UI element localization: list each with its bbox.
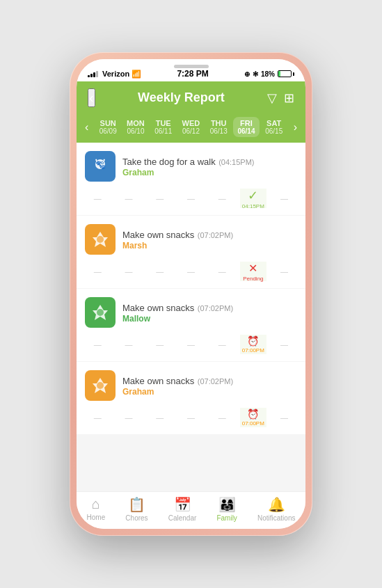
filter-button[interactable]: ▽ [267, 90, 277, 106]
battery-pct: 18% [261, 70, 275, 78]
task-person-task3: Mallow [122, 314, 297, 324]
status-clock: ⏰ 07:00PM [242, 335, 264, 353]
status-right: ⊕ ✻ 18% [244, 70, 294, 78]
battery-tip [293, 72, 294, 76]
nav-item-chores[interactable]: 📋 Chores [125, 496, 148, 522]
day-col-tue[interactable]: TUE 06/11 [150, 117, 177, 137]
status-pending: ✕ Pending [243, 262, 263, 282]
status-dash: — [280, 267, 288, 276]
status-dash: — [125, 194, 133, 202]
done-time-label: 04:15PM [242, 203, 264, 209]
day-status-6: — [271, 189, 298, 208]
task-name-task4: Make own snacks (07:02PM) [122, 374, 297, 387]
status-dash: — [280, 413, 288, 422]
status-dash: — [125, 340, 133, 349]
svg-point-12 [97, 382, 104, 389]
wifi-icon: 📶 [132, 70, 141, 79]
day-name: SUN [100, 119, 116, 127]
calendar-view-button[interactable]: ⊞ [284, 90, 294, 106]
status-dash: — [94, 267, 102, 276]
svg-text:🐾: 🐾 [95, 159, 106, 170]
signal-bars [88, 71, 98, 77]
task-info-task2: Make own snacks (07:02PM) Marsh [122, 228, 297, 251]
task-header-task4: Make own snacks (07:02PM) Graham [77, 362, 305, 405]
header-icons: ▽ ⊞ [267, 90, 294, 106]
nav-item-notifications[interactable]: 🔔 Notifications [257, 496, 295, 522]
task-person-task2: Marsh [122, 241, 297, 251]
prev-week-button[interactable]: ‹ [79, 118, 94, 136]
phone-frame: Verizon 📶 7:28 PM ⊕ ✻ 18% ‹ Weekly Repor… [70, 52, 312, 536]
page-title: Weekly Report [138, 90, 225, 105]
status-dash: — [218, 194, 226, 202]
nav-item-family[interactable]: 👨‍👩‍👧 Family [216, 496, 237, 522]
chores-icon: 📋 [128, 496, 145, 513]
day-status-2: — [147, 262, 173, 281]
bottom-navigation: ⌂ Home 📋 Chores 📅 Calendar 👨‍👩‍👧 Family … [77, 491, 305, 529]
day-col-sat[interactable]: SAT 06/15 [261, 117, 287, 137]
day-col-fri[interactable]: FRI 06/14 [233, 117, 260, 137]
task-info-task3: Make own snacks (07:02PM) Mallow [122, 301, 297, 324]
nav-label-chores: Chores [125, 514, 148, 522]
status-dash: — [187, 194, 195, 202]
clock-icon: ⏰ [247, 335, 259, 347]
status-dash: — [156, 413, 164, 422]
nav-item-home[interactable]: ⌂ Home [87, 496, 106, 522]
day-date: 06/10 [127, 127, 144, 135]
day-status-6: — [271, 262, 298, 281]
nav-label-calendar: Calendar [168, 514, 197, 522]
day-status-3: — [177, 189, 204, 208]
task-name-task1: Take the dog for a walk (04:15PM) [122, 155, 297, 168]
nav-label-family: Family [216, 514, 237, 522]
nav-label-home: Home [87, 514, 106, 521]
day-status-0: — [84, 189, 111, 208]
task-list: 🐾 Take the dog for a walk (04:15PM) Grah… [77, 143, 305, 491]
back-button[interactable]: ‹ [88, 88, 95, 107]
battery-fill [278, 71, 280, 77]
day-status-0: — [84, 262, 111, 281]
task-card-task4: Make own snacks (07:02PM) Graham ————— ⏰… [77, 362, 305, 434]
day-status-2: — [147, 335, 173, 354]
status-dash: — [94, 340, 102, 349]
status-clock: ⏰ 07:00PM [242, 408, 264, 427]
status-dash: — [218, 413, 226, 422]
day-date: 06/12 [182, 127, 200, 135]
day-col-sun[interactable]: SUN 06/09 [95, 117, 121, 137]
week-navigation: ‹ SUN 06/09 MON 06/10 TUE 06/11 WED 06/1… [77, 114, 305, 143]
svg-point-8 [97, 236, 104, 243]
clock-icon: ⏰ [247, 408, 259, 420]
next-week-button[interactable]: › [288, 118, 303, 136]
day-status-2: — [147, 189, 173, 208]
day-status-5: ✓ 04:15PM [240, 189, 266, 208]
status-dash: — [94, 413, 102, 422]
status-left: Verizon 📶 [88, 70, 141, 79]
day-status-2: — [147, 408, 173, 427]
day-status-4: — [209, 189, 235, 208]
speaker [174, 65, 209, 68]
day-col-wed[interactable]: WED 06/12 [177, 117, 204, 137]
day-status-4: — [209, 262, 235, 281]
day-status-1: — [116, 189, 142, 208]
calendar-icon: 📅 [174, 496, 191, 513]
day-col-mon[interactable]: MON 06/10 [122, 117, 149, 137]
task-person-task4: Graham [122, 387, 297, 397]
status-dash: — [156, 267, 164, 276]
day-name: MON [127, 119, 145, 127]
status-dash: — [218, 340, 226, 349]
task-person-task1: Graham [122, 168, 297, 177]
signal-bar-2 [90, 74, 93, 77]
day-col-thu[interactable]: THU 06/13 [205, 117, 232, 137]
status-dash: — [280, 340, 288, 349]
nav-item-calendar[interactable]: 📅 Calendar [168, 496, 197, 522]
day-status-5: ✕ Pending [240, 262, 266, 281]
task-info-task4: Make own snacks (07:02PM) Graham [122, 374, 297, 397]
clock-time-label: 07:00PM [242, 420, 264, 427]
status-dash: — [156, 194, 164, 202]
task-icon-task2 [85, 224, 116, 255]
task-header-task1: 🐾 Take the dog for a walk (04:15PM) Grah… [77, 143, 305, 186]
location-icon: ⊕ [244, 70, 250, 78]
day-status-1: — [116, 262, 142, 281]
task-name-task2: Make own snacks (07:02PM) [122, 228, 297, 241]
status-dash: — [125, 413, 133, 422]
day-status-0: — [84, 335, 111, 354]
day-status-5: ⏰ 07:00PM [240, 408, 266, 427]
